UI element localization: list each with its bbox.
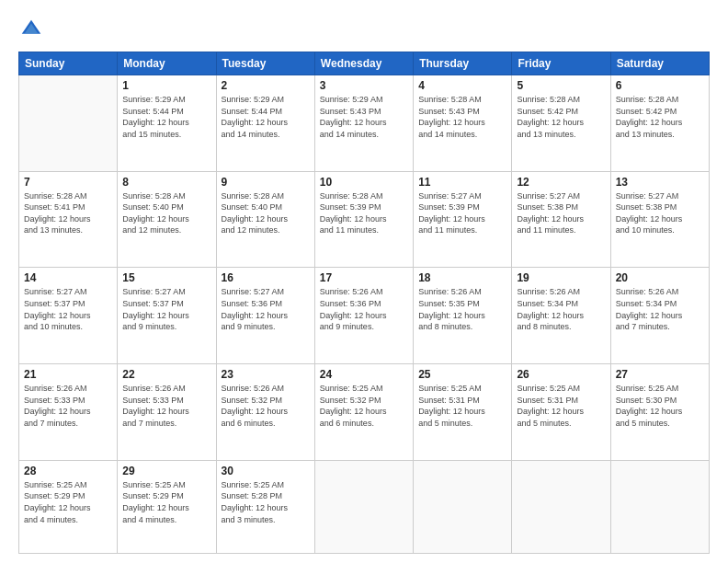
weekday-header-tuesday: Tuesday	[216, 52, 314, 75]
day-info: Sunrise: 5:28 AM Sunset: 5:42 PM Dayligh…	[517, 94, 605, 140]
day-info: Sunrise: 5:29 AM Sunset: 5:43 PM Dayligh…	[320, 94, 408, 140]
day-info: Sunrise: 5:25 AM Sunset: 5:31 PM Dayligh…	[517, 383, 605, 429]
weekday-header-wednesday: Wednesday	[314, 52, 413, 75]
day-info: Sunrise: 5:28 AM Sunset: 5:41 PM Dayligh…	[24, 190, 112, 236]
day-info: Sunrise: 5:25 AM Sunset: 5:29 PM Dayligh…	[24, 479, 112, 525]
day-info: Sunrise: 5:29 AM Sunset: 5:44 PM Dayligh…	[122, 94, 210, 140]
calendar-cell: 6Sunrise: 5:28 AM Sunset: 5:42 PM Daylig…	[610, 75, 709, 172]
calendar-cell: 21Sunrise: 5:26 AM Sunset: 5:33 PM Dayli…	[19, 364, 118, 461]
day-number: 7	[24, 176, 112, 189]
day-number: 23	[222, 368, 310, 381]
day-info: Sunrise: 5:27 AM Sunset: 5:38 PM Dayligh…	[616, 190, 704, 236]
calendar-cell	[19, 75, 118, 172]
day-number: 15	[122, 271, 210, 284]
day-info: Sunrise: 5:28 AM Sunset: 5:39 PM Dayligh…	[320, 190, 408, 236]
day-info: Sunrise: 5:26 AM Sunset: 5:36 PM Dayligh…	[320, 286, 408, 332]
calendar-cell: 3Sunrise: 5:29 AM Sunset: 5:43 PM Daylig…	[314, 75, 413, 172]
calendar-cell: 22Sunrise: 5:26 AM Sunset: 5:33 PM Dayli…	[118, 364, 216, 461]
day-number: 11	[418, 176, 506, 189]
day-number: 18	[418, 271, 506, 284]
calendar-cell: 18Sunrise: 5:26 AM Sunset: 5:35 PM Dayli…	[414, 268, 512, 364]
day-number: 12	[517, 176, 605, 189]
day-info: Sunrise: 5:28 AM Sunset: 5:43 PM Dayligh…	[418, 94, 506, 140]
calendar-cell: 16Sunrise: 5:27 AM Sunset: 5:36 PM Dayli…	[216, 268, 314, 364]
calendar-cell: 12Sunrise: 5:27 AM Sunset: 5:38 PM Dayli…	[512, 171, 610, 268]
weekday-header-sunday: Sunday	[19, 52, 118, 75]
calendar-cell: 17Sunrise: 5:26 AM Sunset: 5:36 PM Dayli…	[314, 268, 413, 364]
calendar-cell: 26Sunrise: 5:25 AM Sunset: 5:31 PM Dayli…	[512, 364, 610, 461]
day-info: Sunrise: 5:25 AM Sunset: 5:29 PM Dayligh…	[122, 479, 210, 525]
calendar-cell: 11Sunrise: 5:27 AM Sunset: 5:39 PM Dayli…	[414, 171, 512, 268]
calendar-cell: 29Sunrise: 5:25 AM Sunset: 5:29 PM Dayli…	[118, 460, 216, 553]
day-info: Sunrise: 5:26 AM Sunset: 5:34 PM Dayligh…	[517, 286, 605, 332]
day-number: 22	[122, 368, 210, 381]
day-number: 4	[418, 79, 506, 92]
day-info: Sunrise: 5:25 AM Sunset: 5:30 PM Dayligh…	[616, 383, 704, 429]
page: SundayMondayTuesdayWednesdayThursdayFrid…	[0, 0, 728, 563]
calendar-header-row: SundayMondayTuesdayWednesdayThursdayFrid…	[19, 52, 710, 75]
calendar-cell: 2Sunrise: 5:29 AM Sunset: 5:44 PM Daylig…	[216, 75, 314, 172]
calendar-cell: 30Sunrise: 5:25 AM Sunset: 5:28 PM Dayli…	[216, 460, 314, 553]
calendar-cell: 14Sunrise: 5:27 AM Sunset: 5:37 PM Dayli…	[19, 268, 118, 364]
day-number: 19	[517, 271, 605, 284]
calendar-cell	[314, 460, 413, 553]
day-number: 9	[222, 176, 310, 189]
calendar-cell: 24Sunrise: 5:25 AM Sunset: 5:32 PM Dayli…	[314, 364, 413, 461]
calendar-week-row: 28Sunrise: 5:25 AM Sunset: 5:29 PM Dayli…	[19, 460, 710, 553]
day-info: Sunrise: 5:27 AM Sunset: 5:39 PM Dayligh…	[418, 190, 506, 236]
calendar-cell: 8Sunrise: 5:28 AM Sunset: 5:40 PM Daylig…	[118, 171, 216, 268]
calendar-cell: 28Sunrise: 5:25 AM Sunset: 5:29 PM Dayli…	[19, 460, 118, 553]
calendar-cell: 27Sunrise: 5:25 AM Sunset: 5:30 PM Dayli…	[610, 364, 709, 461]
day-number: 13	[616, 176, 704, 189]
calendar-cell: 5Sunrise: 5:28 AM Sunset: 5:42 PM Daylig…	[512, 75, 610, 172]
calendar-cell	[414, 460, 512, 553]
calendar-cell: 23Sunrise: 5:26 AM Sunset: 5:32 PM Dayli…	[216, 364, 314, 461]
calendar-cell: 1Sunrise: 5:29 AM Sunset: 5:44 PM Daylig…	[118, 75, 216, 172]
day-number: 2	[222, 79, 310, 92]
day-info: Sunrise: 5:28 AM Sunset: 5:40 PM Dayligh…	[122, 190, 210, 236]
logo-icon	[18, 17, 44, 42]
calendar-cell: 15Sunrise: 5:27 AM Sunset: 5:37 PM Dayli…	[118, 268, 216, 364]
calendar-cell: 4Sunrise: 5:28 AM Sunset: 5:43 PM Daylig…	[414, 75, 512, 172]
day-info: Sunrise: 5:27 AM Sunset: 5:36 PM Dayligh…	[222, 286, 310, 332]
calendar-cell: 7Sunrise: 5:28 AM Sunset: 5:41 PM Daylig…	[19, 171, 118, 268]
calendar-cell: 25Sunrise: 5:25 AM Sunset: 5:31 PM Dayli…	[414, 364, 512, 461]
weekday-header-friday: Friday	[512, 52, 610, 75]
day-number: 27	[616, 368, 704, 381]
day-number: 30	[222, 465, 310, 477]
day-number: 8	[122, 176, 210, 189]
day-info: Sunrise: 5:25 AM Sunset: 5:31 PM Dayligh…	[418, 383, 506, 429]
day-info: Sunrise: 5:28 AM Sunset: 5:40 PM Dayligh…	[222, 190, 310, 236]
calendar-week-row: 7Sunrise: 5:28 AM Sunset: 5:41 PM Daylig…	[19, 171, 710, 268]
weekday-header-monday: Monday	[118, 52, 216, 75]
calendar-table: SundayMondayTuesdayWednesdayThursdayFrid…	[18, 52, 710, 554]
calendar-week-row: 14Sunrise: 5:27 AM Sunset: 5:37 PM Dayli…	[19, 268, 710, 364]
calendar-week-row: 21Sunrise: 5:26 AM Sunset: 5:33 PM Dayli…	[19, 364, 710, 461]
calendar-cell	[512, 460, 610, 553]
day-number: 28	[24, 465, 112, 477]
day-number: 17	[320, 271, 408, 284]
day-info: Sunrise: 5:27 AM Sunset: 5:37 PM Dayligh…	[24, 286, 112, 332]
calendar-cell: 10Sunrise: 5:28 AM Sunset: 5:39 PM Dayli…	[314, 171, 413, 268]
day-info: Sunrise: 5:26 AM Sunset: 5:32 PM Dayligh…	[222, 383, 310, 429]
day-info: Sunrise: 5:26 AM Sunset: 5:33 PM Dayligh…	[122, 383, 210, 429]
day-number: 10	[320, 176, 408, 189]
day-number: 29	[122, 465, 210, 477]
day-info: Sunrise: 5:26 AM Sunset: 5:35 PM Dayligh…	[418, 286, 506, 332]
day-number: 3	[320, 79, 408, 92]
day-number: 5	[517, 79, 605, 92]
day-info: Sunrise: 5:25 AM Sunset: 5:32 PM Dayligh…	[320, 383, 408, 429]
weekday-header-thursday: Thursday	[414, 52, 512, 75]
day-number: 16	[222, 271, 310, 284]
day-info: Sunrise: 5:26 AM Sunset: 5:33 PM Dayligh…	[24, 383, 112, 429]
logo	[18, 17, 48, 42]
day-number: 1	[122, 79, 210, 92]
day-number: 20	[616, 271, 704, 284]
header	[18, 17, 710, 42]
day-number: 6	[616, 79, 704, 92]
calendar-cell: 9Sunrise: 5:28 AM Sunset: 5:40 PM Daylig…	[216, 171, 314, 268]
day-info: Sunrise: 5:29 AM Sunset: 5:44 PM Dayligh…	[222, 94, 310, 140]
day-info: Sunrise: 5:25 AM Sunset: 5:28 PM Dayligh…	[222, 479, 310, 525]
calendar-cell	[610, 460, 709, 553]
day-number: 24	[320, 368, 408, 381]
